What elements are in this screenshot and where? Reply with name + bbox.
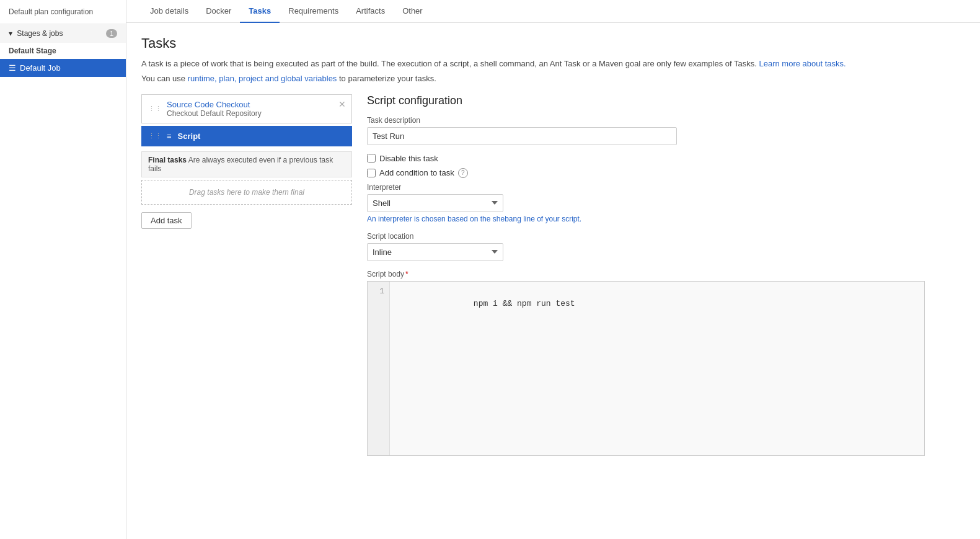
sidebar: Default plan configuration ▾ Stages & jo… (0, 0, 126, 539)
final-tasks-label: Final tasks (148, 156, 187, 164)
condition-help-icon[interactable]: ? (458, 168, 468, 178)
page-title: Tasks (141, 35, 965, 51)
line-number-1: 1 (373, 285, 384, 298)
chevron-icon: ▾ (9, 29, 12, 38)
script-body-label: Script body (367, 270, 965, 278)
disable-task-checkbox[interactable] (367, 154, 376, 163)
tab-nav: Job details Docker Tasks Requirements Ar… (126, 0, 980, 23)
page-description: A task is a piece of work that is being … (141, 58, 965, 70)
tab-tasks[interactable]: Tasks (240, 0, 280, 23)
page-content: Tasks A task is a piece of work that is … (126, 23, 980, 539)
default-stage-label: Default Stage (0, 43, 126, 59)
task-close-checkout[interactable]: ✕ (337, 99, 348, 110)
add-condition-checkbox[interactable] (367, 169, 376, 177)
task-header-script: ⋮⋮ ≡ Script (142, 127, 351, 146)
stages-jobs-badge: 1 (106, 29, 117, 38)
script-location-select[interactable]: Inline File (367, 243, 503, 261)
stages-jobs-section[interactable]: ▾ Stages & jobs 1 (0, 24, 126, 43)
tab-other[interactable]: Other (394, 0, 431, 23)
checkout-task-name[interactable]: Source Code Checkout (167, 100, 262, 109)
tab-job-details[interactable]: Job details (141, 0, 197, 23)
tab-artifacts[interactable]: Artifacts (347, 0, 394, 23)
code-editor[interactable]: 1 npm i && npm run test (367, 281, 925, 456)
task-item-checkout: ⋮⋮ Source Code Checkout Checkout Default… (141, 94, 352, 123)
task-description-label: Task description (367, 116, 965, 125)
vars-link[interactable]: runtime, plan, project and global variab… (188, 74, 337, 83)
job-list-icon: ☰ (9, 63, 16, 73)
tab-requirements[interactable]: Requirements (280, 0, 347, 23)
checkout-task-sub: Checkout Default Repository (167, 109, 262, 118)
drag-zone: Drag tasks here to make them final (141, 180, 352, 205)
interpreter-group: Interpreter Shell Bash /bin/sh An interp… (367, 183, 965, 223)
tab-docker[interactable]: Docker (197, 0, 240, 23)
final-tasks-bar: Final tasks Are always executed even if … (141, 151, 352, 177)
interpreter-label: Interpreter (367, 183, 965, 192)
script-icon: ≡ (167, 131, 172, 141)
task-item-script[interactable]: ⋮⋮ ≡ Script (141, 126, 352, 146)
main-content: Job details Docker Tasks Requirements Ar… (126, 0, 980, 539)
script-line-1: npm i && npm run test (474, 299, 575, 308)
script-body-group: Script body 1 npm i && npm run test (367, 270, 965, 456)
drag-handle-checkout: ⋮⋮ (148, 105, 162, 113)
add-task-button[interactable]: Add task (141, 212, 192, 229)
default-job-item[interactable]: ☰ Default Job (0, 59, 126, 77)
learn-more-link[interactable]: Learn more about tasks. (759, 59, 846, 68)
add-condition-row: Add condition to task ? (367, 168, 965, 178)
task-description-input[interactable] (367, 127, 677, 145)
interpreter-select[interactable]: Shell Bash /bin/sh (367, 194, 503, 212)
stages-jobs-label: ▾ Stages & jobs (9, 29, 63, 38)
tasks-layout: ⋮⋮ Source Code Checkout Checkout Default… (141, 94, 965, 465)
code-editor-inner: 1 npm i && npm run test (368, 282, 924, 455)
task-list-panel: ⋮⋮ Source Code Checkout Checkout Default… (141, 94, 352, 229)
default-job-label: Default Job (20, 63, 61, 73)
task-description-group: Task description (367, 116, 965, 145)
drag-handle-script: ⋮⋮ (148, 132, 162, 140)
script-location-group: Script location Inline File (367, 232, 965, 261)
disable-task-label: Disable this task (379, 154, 438, 163)
config-title: Script configuration (367, 94, 965, 107)
page-desc-2: You can use runtime, plan, project and g… (141, 74, 965, 83)
code-content[interactable]: npm i && npm run test (390, 282, 924, 455)
code-line-numbers: 1 (368, 282, 390, 455)
sidebar-title: Default plan configuration (0, 0, 126, 24)
interpreter-hint: An interpreter is chosen based on the sh… (367, 215, 965, 223)
add-condition-label: Add condition to task (379, 168, 454, 177)
script-task-name: Script (178, 131, 201, 141)
script-location-label: Script location (367, 232, 965, 241)
task-header-checkout: ⋮⋮ Source Code Checkout Checkout Default… (142, 95, 351, 123)
script-config-panel: Script configuration Task description Di… (367, 94, 965, 465)
disable-task-row: Disable this task (367, 154, 965, 163)
